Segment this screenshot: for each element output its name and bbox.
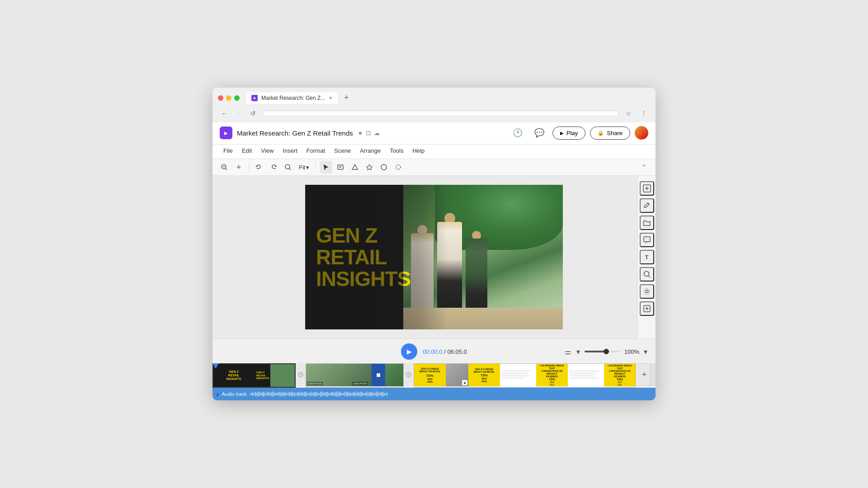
sidebar-edit-button[interactable] (640, 198, 654, 213)
active-tab[interactable]: Market Research: Gen Z... × (246, 92, 338, 104)
sidebar-add-button[interactable] (640, 181, 654, 196)
elements-button[interactable] (363, 161, 376, 174)
fit-label: Fit (299, 164, 305, 171)
menu-view[interactable]: View (257, 145, 277, 156)
thumb-text-2[interactable] (568, 364, 604, 386)
zoom-fit-search-button[interactable] (282, 161, 294, 174)
thumb-stats-2[interactable]: GEN Z'S UNIQUEIMPACT ON RETAIL 73% 45% 5… (468, 364, 500, 386)
sidebar-settings-button[interactable] (640, 284, 654, 299)
waveform-bar (309, 393, 310, 396)
waveform-bar (270, 393, 271, 395)
timeline-play-button[interactable]: ▶ (401, 343, 417, 360)
menu-insert[interactable]: Insert (279, 145, 301, 156)
thumb-slide-1a[interactable]: GEN ZRETAILINSIGHTS (213, 364, 254, 387)
sidebar-export-button[interactable] (640, 301, 654, 316)
waveform-bar (286, 393, 287, 395)
toolbar-collapse-button[interactable]: ⌃ (637, 161, 650, 174)
thumb-connector-1 (296, 363, 306, 386)
menu-tools[interactable]: Tools (386, 145, 407, 156)
waveform-bar (381, 392, 382, 396)
circle-tool-button[interactable] (377, 161, 390, 174)
thumb-text-1[interactable] (500, 364, 536, 386)
thumb-slide-1b[interactable]: GEN ZRETAILINSIGHTS (254, 364, 295, 387)
bookmark-button[interactable]: ☆ (622, 107, 635, 120)
waveform-bar (266, 393, 267, 395)
shape-button[interactable] (349, 161, 361, 174)
menu-scene[interactable]: Scene (330, 145, 354, 156)
waveform-bar (365, 393, 366, 396)
waveform-bar (259, 392, 260, 396)
sidebar-text-button[interactable]: T (640, 250, 654, 264)
redo-button[interactable] (267, 161, 280, 174)
menu-edit[interactable]: Edit (238, 145, 255, 156)
waveform-bar (269, 392, 269, 396)
waveform-bar (308, 393, 309, 395)
refresh-button[interactable]: ↺ (247, 107, 259, 120)
sidebar-folder-button[interactable] (640, 216, 654, 230)
new-tab-button[interactable]: + (340, 91, 353, 104)
waveform-bar (353, 392, 354, 396)
forward-button[interactable]: → (232, 107, 245, 120)
fit-dropdown-arrow: ▾ (306, 164, 309, 171)
waveform-bar (321, 391, 322, 397)
zoom-out-button[interactable] (218, 161, 231, 174)
app-bar-top: ▶ Market Research: Gen Z Retail Trends ★… (220, 122, 648, 143)
canvas-area: GEN Z RETAIL INSIGHTS (212, 176, 656, 338)
zoom-in-button[interactable]: + (232, 161, 245, 174)
zoom-track[interactable] (585, 351, 621, 352)
share-button[interactable]: 🔒 Share (590, 127, 630, 140)
play-button[interactable]: ▶ Play (552, 127, 585, 140)
menu-help[interactable]: Help (409, 145, 428, 156)
thumb-stats-3[interactable]: LOS BRANDS SWOLE THATCONCENTRATE ON PROD… (536, 364, 568, 386)
browser-menu-button[interactable]: ⋮ (637, 107, 650, 120)
playback-controls: ▶ 00:00.0 / 06:05.0 ⚌ ▾ 100% ▾ (212, 343, 656, 363)
history-button[interactable]: 🕐 (509, 126, 526, 140)
comments-button[interactable]: 💬 (531, 126, 548, 140)
undo-button[interactable] (253, 161, 265, 174)
waveform-bar (254, 393, 255, 395)
thumbnails-strip: GEN ZRETAILINSIGHTS GEN ZRETAILINSIGHTS … (212, 363, 656, 388)
menu-file[interactable]: File (220, 145, 236, 156)
timeline-dropdown-button[interactable]: ▾ (576, 347, 581, 357)
thumb-connector-2 (404, 363, 414, 386)
thumb-photo-4[interactable] (385, 364, 403, 386)
text-box-button[interactable] (334, 161, 347, 174)
menu-format[interactable]: Format (303, 145, 329, 156)
thumb-stats-1[interactable]: GEN Z'S UNIQUEIMPACT ON RETAIL 73% 45% 5… (414, 364, 446, 386)
waveform-bar (347, 391, 348, 397)
thumb-photo-1[interactable]: DISRUPTION (306, 364, 331, 386)
thumb-photo-2[interactable] (331, 364, 351, 386)
thumb-photo-3[interactable]: DISRUPTION (351, 364, 372, 386)
zoom-dropdown-button[interactable]: ▾ (643, 347, 648, 357)
waveform-bar (361, 391, 362, 397)
music-icon: ♪ (216, 391, 219, 398)
cloud-icon[interactable]: ☁ (374, 130, 380, 136)
address-bar[interactable] (263, 111, 618, 116)
waveform-bar (342, 393, 343, 395)
waveform-bar (285, 392, 286, 396)
align-icon-button[interactable]: ⚌ (564, 347, 572, 357)
folder-icon[interactable]: ⊡ (366, 129, 371, 136)
erase-button[interactable] (392, 161, 405, 174)
star-icon[interactable]: ★ (358, 130, 363, 136)
select-tool-button[interactable] (320, 161, 332, 174)
waveform-bar (277, 392, 278, 396)
waveform-bar (311, 392, 311, 396)
waveform-bar (251, 393, 252, 395)
add-scene-button[interactable]: + (638, 363, 651, 386)
fit-control[interactable]: Fit ▾ (296, 162, 312, 173)
thumb-stats-4[interactable]: LOS BRANDS SWOLE THATCONCENTRATE ON PROD… (604, 364, 636, 386)
sidebar-comment-button[interactable] (640, 233, 654, 247)
sidebar-search-button[interactable] (640, 267, 654, 282)
thumb-stats-photo-1[interactable]: ■ (446, 364, 468, 386)
waveform-bar (263, 392, 264, 397)
zoom-thumb[interactable] (604, 349, 609, 354)
audio-track-label: Audio track (222, 391, 247, 397)
waveform-bar (326, 392, 326, 396)
menu-arrange[interactable]: Arrange (356, 145, 384, 156)
timeline-controls-right: ⚌ ▾ 100% ▾ (564, 347, 648, 357)
thumb-icon-slide[interactable]: ■ (372, 364, 385, 386)
tab-close-button[interactable]: × (329, 95, 332, 101)
svg-rect-5 (338, 165, 343, 169)
back-button[interactable]: ← (218, 107, 231, 120)
